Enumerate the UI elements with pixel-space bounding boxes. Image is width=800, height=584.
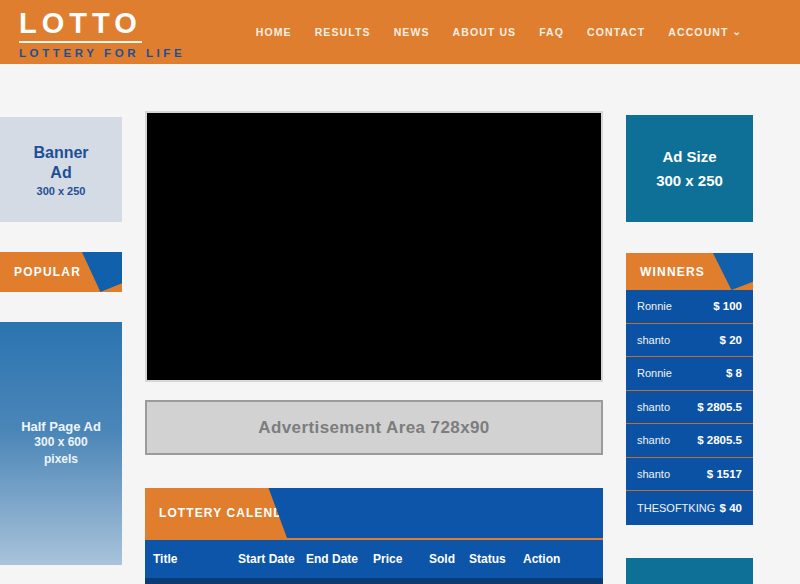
- winner-row: THESOFTKING $ 40: [626, 491, 753, 525]
- account-label: ACCOUNT: [668, 26, 728, 38]
- winner-amount: $ 1517: [707, 468, 742, 480]
- winner-row: shanto $ 2805.5: [626, 424, 753, 458]
- winner-name: shanto: [637, 401, 670, 413]
- winner-amount: $ 2805.5: [697, 434, 742, 446]
- half-page-ad-line3: pixels: [44, 451, 78, 468]
- lottery-calendar-title: LOTTERY CALENDAR: [159, 506, 303, 520]
- winner-amount: $ 20: [720, 334, 742, 346]
- winner-row: shanto $ 2805.5: [626, 391, 753, 425]
- winner-name: Ronnie: [637, 367, 672, 379]
- column-header-sold: Sold: [429, 552, 469, 566]
- ad-size-title: Ad Size: [662, 145, 716, 168]
- banner-ad-title: Banner Ad: [25, 143, 97, 183]
- calendar-table-header-row: Title Start Date End Date Price Sold Sta…: [145, 540, 603, 578]
- winner-name: shanto: [637, 434, 670, 446]
- half-page-ad-line2: 300 x 600: [34, 434, 87, 451]
- ad-size-value: 300 x 250: [656, 169, 723, 192]
- nav-item-home[interactable]: HOME: [256, 26, 292, 38]
- banner-ad-placeholder: Banner Ad 300 x 250: [0, 117, 122, 222]
- winner-name: THESOFTKING: [637, 502, 715, 514]
- winner-amount: $ 8: [726, 367, 742, 379]
- column-header-end-date: End Date: [306, 552, 373, 566]
- winner-row: shanto $ 1517: [626, 458, 753, 492]
- winner-name: shanto: [637, 468, 670, 480]
- column-header-title: Title: [153, 552, 238, 566]
- lottery-calendar-flag-shape: LOTTERY CALENDAR: [145, 488, 287, 538]
- logo-tagline: LOTTERY FOR LIFE: [19, 47, 185, 59]
- site-header: LOTTO LOTTERY FOR LIFE HOME RESULTS NEWS…: [0, 0, 800, 64]
- winner-row: shanto $ 20: [626, 324, 753, 358]
- popular-accent-shape: [78, 252, 122, 292]
- winner-amount: $ 2805.5: [697, 401, 742, 413]
- nav-item-faq[interactable]: FAQ: [539, 26, 564, 38]
- column-header-status: Status: [469, 552, 523, 566]
- winner-amount: $ 100: [713, 300, 742, 312]
- leaderboard-ad-label: Advertisement Area 728x90: [258, 418, 489, 438]
- column-header-price: Price: [373, 552, 429, 566]
- nav-item-results[interactable]: RESULTS: [315, 26, 371, 38]
- winner-row: Ronnie $ 8: [626, 357, 753, 391]
- column-header-start-date: Start Date: [238, 552, 306, 566]
- winners-list: Ronnie $ 100 shanto $ 20 Ronnie $ 8 shan…: [626, 290, 753, 525]
- nav-item-news[interactable]: NEWS: [394, 26, 430, 38]
- banner-ad-size: 300 x 250: [37, 185, 86, 197]
- winner-row: Ronnie $ 100: [626, 290, 753, 324]
- chevron-down-icon: ⌄: [733, 26, 742, 37]
- winners-accent-shape: [709, 253, 753, 290]
- ad-size-placeholder: Ad Size 300 x 250: [626, 115, 753, 222]
- winner-name: Ronnie: [637, 300, 672, 312]
- logo-text: LOTTO: [19, 8, 142, 43]
- winner-name: shanto: [637, 334, 670, 346]
- calendar-row-strip: [145, 578, 603, 584]
- lottery-calendar-header: LOTTERY CALENDAR: [145, 488, 603, 538]
- lotto-website-page: LOTTO LOTTERY FOR LIFE HOME RESULTS NEWS…: [0, 0, 800, 584]
- site-logo[interactable]: LOTTO LOTTERY FOR LIFE: [19, 8, 185, 59]
- main-navigation: HOME RESULTS NEWS ABOUT US FAQ CONTACT A…: [256, 0, 742, 64]
- bottom-ad-placeholder: [626, 558, 753, 584]
- nav-item-about-us[interactable]: ABOUT US: [453, 26, 517, 38]
- half-page-ad-line1: Half Page Ad: [21, 419, 101, 434]
- column-header-action: Action: [523, 552, 603, 566]
- nav-item-contact[interactable]: CONTACT: [587, 26, 645, 38]
- popular-section-header: POPULAR: [0, 252, 122, 292]
- winners-section-header: WINNERS: [626, 253, 753, 290]
- popular-label: POPULAR: [14, 265, 81, 279]
- winner-amount: $ 40: [720, 502, 742, 514]
- half-page-ad-placeholder: Half Page Ad 300 x 600 pixels: [0, 322, 122, 565]
- main-ad-embed[interactable]: [145, 111, 603, 382]
- winners-label: WINNERS: [640, 265, 705, 279]
- nav-item-account-dropdown[interactable]: ACCOUNT⌄: [668, 26, 742, 38]
- leaderboard-ad-placeholder: Advertisement Area 728x90: [145, 400, 603, 455]
